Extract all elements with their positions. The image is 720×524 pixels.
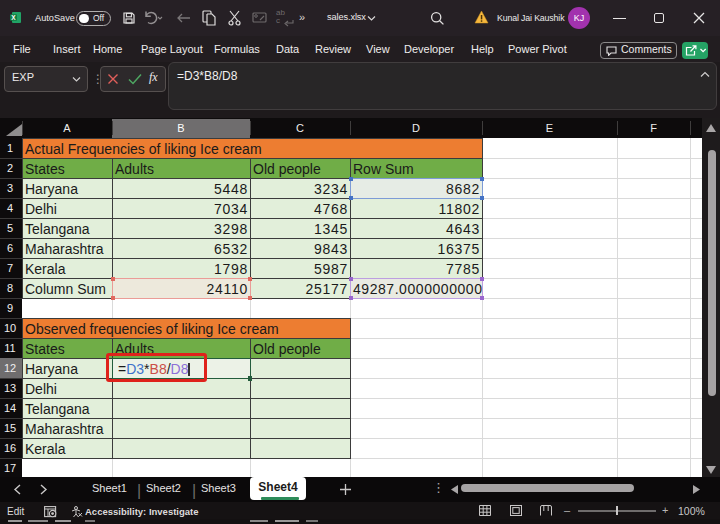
svg-text:X: X [11,14,16,21]
